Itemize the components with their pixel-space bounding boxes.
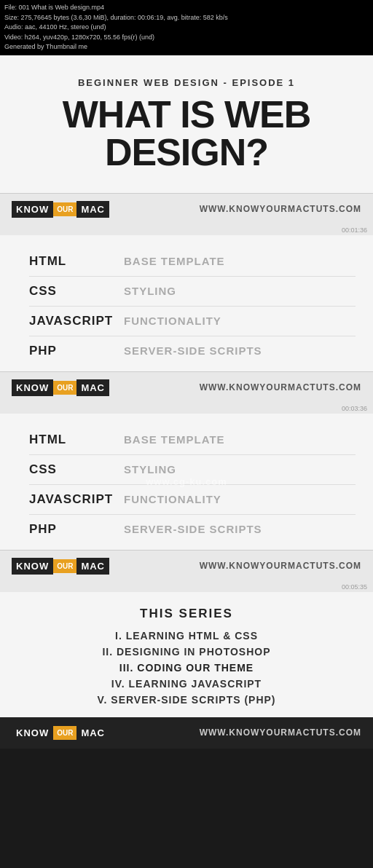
- timestamp-1: 00:01:36: [0, 225, 373, 235]
- tech-item: JAVASCRIPTFUNCTIONALITY: [29, 485, 356, 515]
- tech-name: JAVASCRIPT: [29, 314, 124, 328]
- tech-name: HTML: [29, 433, 124, 447]
- meta-line5: Generated by Thumbnail me: [4, 42, 369, 52]
- logo-know-3: KNOW: [12, 558, 53, 575]
- logo-our-bottom: OUR: [53, 726, 76, 740]
- panel-1: KNOW OUR MAC WWW.KNOWYOURMACTUTS.COM 00:…: [0, 193, 373, 371]
- tech-name: PHP: [29, 522, 124, 537]
- timestamp-3: 00:05:35: [0, 582, 373, 592]
- tech-item: PHPSERVER-SIDE SCRIPTS: [29, 336, 356, 366]
- tech-item: HTMLBASE TEMPLATE: [29, 247, 356, 277]
- meta-line3: Audio: aac, 44100 Hz, stereo (und): [4, 23, 369, 33]
- logo-1: KNOW OUR MAC: [12, 201, 109, 218]
- tech-item: HTMLBASE TEMPLATE: [29, 425, 356, 455]
- logo-mac-bottom: MAC: [76, 725, 109, 741]
- website-3: WWW.KNOWYOURMACTUTS.COM: [200, 561, 361, 571]
- series-list-item: III. CODING OUR THEME: [15, 662, 358, 674]
- logo-2: KNOW OUR MAC: [12, 379, 109, 396]
- hero-section: BEGINNER WEB DESIGN - EPISODE 1 WHAT IS …: [0, 55, 373, 193]
- episode-label: BEGINNER WEB DESIGN - EPISODE 1: [15, 77, 358, 88]
- website-2: WWW.KNOWYOURMACTUTS.COM: [200, 382, 361, 392]
- tech-name: JAVASCRIPT: [29, 492, 124, 507]
- series-section: THIS SERIES I. LEARNING HTML & CSSII. DE…: [0, 592, 373, 717]
- logo-mac-3: MAC: [76, 558, 109, 575]
- tech-name: CSS: [29, 284, 124, 299]
- series-list-item: V. SERVER-SIDE SCRIPTS (PHP): [15, 694, 358, 706]
- logo-know-bottom: KNOW: [12, 725, 53, 741]
- tech-list-2: www.cg-ku.com HTMLBASE TEMPLATECSSSTYLIN…: [0, 414, 373, 550]
- series-list-item: IV. LEARNING JAVASCRIPT: [15, 678, 358, 690]
- tech-desc: FUNCTIONALITY: [124, 493, 221, 505]
- tech-desc: FUNCTIONALITY: [124, 315, 221, 327]
- logo-our-2: OUR: [53, 381, 76, 395]
- tech-desc: STYLING: [124, 285, 176, 297]
- logo-mac-2: MAC: [76, 379, 109, 396]
- panel-2: KNOW OUR MAC WWW.KNOWYOURMACTUTS.COM 00:…: [0, 371, 373, 550]
- tech-item: JAVASCRIPTFUNCTIONALITY: [29, 307, 356, 336]
- timestamp-2: 00:03:36: [0, 403, 373, 414]
- meta-line4: Video: h264, yuv420p, 1280x720, 55.56 fp…: [4, 33, 369, 43]
- bottom-strip: KNOW OUR MAC WWW.KNOWYOURMACTUTS.COM: [0, 717, 373, 749]
- tech-item: CSSSTYLING: [29, 277, 356, 307]
- website-1: WWW.KNOWYOURMACTUTS.COM: [200, 204, 361, 214]
- tech-name: HTML: [29, 254, 124, 269]
- tech-item: PHPSERVER-SIDE SCRIPTS: [29, 515, 356, 544]
- tech-name: CSS: [29, 462, 124, 477]
- brand-row-3: KNOW OUR MAC WWW.KNOWYOURMACTUTS.COM: [0, 550, 373, 582]
- meta-bar: File: 001 What is Web design.mp4 Size: 2…: [0, 0, 373, 55]
- logo-know-1: KNOW: [12, 201, 53, 218]
- tech-desc: SERVER-SIDE SCRIPTS: [124, 344, 262, 357]
- logo-our-3: OUR: [53, 559, 76, 573]
- meta-line2: Size: 275,76645 bytes (3.6,30 MiB), dura…: [4, 13, 369, 23]
- logo-our-1: OUR: [53, 202, 76, 216]
- series-title: THIS SERIES: [15, 607, 358, 621]
- tech-item: CSSSTYLING: [29, 455, 356, 485]
- series-list-item: I. LEARNING HTML & CSS: [15, 630, 358, 642]
- panel-3: KNOW OUR MAC WWW.KNOWYOURMACTUTS.COM 00:…: [0, 550, 373, 717]
- tech-desc: BASE TEMPLATE: [124, 255, 225, 267]
- logo-bottom: KNOW OUR MAC: [12, 725, 109, 741]
- main-title: WHAT IS WEB DESIGN?: [15, 95, 358, 171]
- meta-line1: File: 001 What is Web design.mp4: [4, 3, 369, 13]
- tech-name: PHP: [29, 344, 124, 358]
- tech-desc: STYLING: [124, 463, 176, 476]
- brand-row-1: KNOW OUR MAC WWW.KNOWYOURMACTUTS.COM: [0, 193, 373, 225]
- logo-know-2: KNOW: [12, 379, 53, 396]
- brand-row-2: KNOW OUR MAC WWW.KNOWYOURMACTUTS.COM: [0, 371, 373, 403]
- tech-list-1: HTMLBASE TEMPLATECSSSTYLINGJAVASCRIPTFUN…: [0, 235, 373, 371]
- website-bottom: WWW.KNOWYOURMACTUTS.COM: [200, 727, 361, 738]
- series-list: I. LEARNING HTML & CSSII. DESIGNING IN P…: [15, 630, 358, 706]
- logo-3: KNOW OUR MAC: [12, 558, 109, 575]
- tech-desc: SERVER-SIDE SCRIPTS: [124, 523, 262, 535]
- series-list-item: II. DESIGNING IN PHOTOSHOP: [15, 646, 358, 658]
- tech-desc: BASE TEMPLATE: [124, 433, 225, 446]
- logo-mac-1: MAC: [76, 201, 109, 218]
